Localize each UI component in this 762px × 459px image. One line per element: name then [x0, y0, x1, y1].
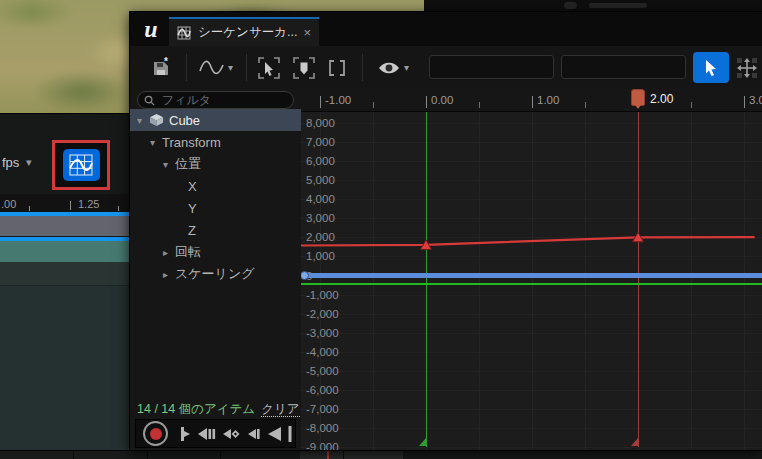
curve-options-button[interactable]: ▾	[194, 53, 238, 82]
expander-open-icon[interactable]: ▾	[163, 159, 175, 170]
ruler-tick-label: 0.00	[431, 94, 453, 106]
marquee-key-icon	[292, 56, 316, 80]
step-back-icon	[247, 426, 261, 442]
scrollbar-divider	[220, 451, 221, 459]
track-row-teal	[0, 241, 130, 262]
play-reverse-button[interactable]	[267, 426, 282, 442]
curve-tree-panel: ▾Cube▾Transform▾位置XYZ▸回転▸スケーリング 14 / 14 …	[130, 89, 302, 450]
tree-item-transform[interactable]: ▾Transform	[130, 131, 321, 153]
ruler-label: 1.25	[78, 198, 99, 210]
save-icon: *	[151, 57, 173, 79]
ruler-tick	[118, 206, 119, 211]
unreal-logo-icon: u	[138, 16, 164, 42]
curve-editor-icon	[63, 149, 100, 181]
track-row-gray	[0, 216, 130, 236]
tree-footer: 14 / 14 個のアイテムクリア	[137, 401, 297, 418]
expander-closed-icon[interactable]: ▸	[163, 269, 175, 280]
expander-open-icon[interactable]: ▾	[137, 115, 149, 126]
track-row-dark	[0, 262, 130, 286]
tree-item-label: Y	[188, 201, 197, 216]
background-icon-blur	[564, 2, 577, 9]
filter-input[interactable]	[160, 92, 284, 108]
curve-tree: ▾Cube▾Transform▾位置XYZ▸回転▸スケーリング	[130, 109, 301, 379]
previous-key-button[interactable]	[197, 426, 216, 442]
svg-text:*: *	[164, 57, 168, 67]
scrollbar-divider	[73, 451, 74, 459]
track-area-empty	[0, 286, 130, 450]
curves-layer	[301, 89, 762, 450]
curve-location-y[interactable]	[301, 283, 762, 286]
tab-sequencer-curves[interactable]: シーケンサーカ... ×	[169, 17, 319, 46]
ruler-tick	[29, 206, 30, 211]
curve-location-x[interactable]	[301, 237, 755, 245]
curve-options-icon	[199, 58, 225, 78]
ruler-tick	[70, 201, 71, 210]
tree-item-label: Transform	[162, 135, 221, 150]
toolbar: * ▾	[130, 46, 762, 90]
ruler-major-tick	[744, 96, 745, 108]
save-button[interactable]: *	[148, 53, 176, 82]
select-mode-button-active[interactable]	[693, 52, 729, 83]
ruler-major-tick	[532, 96, 533, 108]
search-icon	[144, 95, 155, 106]
window-titlebar[interactable]: u シーケンサーカ... ×	[130, 12, 762, 46]
tree-item-label: X	[188, 179, 197, 194]
curve-value-input-2[interactable]	[561, 55, 686, 79]
scrollbar-divider	[343, 451, 344, 459]
toolbar-separator	[186, 54, 187, 81]
expander-closed-icon[interactable]: ▸	[163, 247, 175, 258]
expander-open-icon[interactable]: ▾	[150, 137, 162, 148]
record-button[interactable]	[143, 421, 168, 446]
tab-close-icon[interactable]: ×	[303, 25, 311, 40]
pan-mode-button[interactable]	[734, 55, 760, 81]
play-reverse-icon	[267, 426, 282, 442]
playhead-marker[interactable]	[631, 89, 645, 106]
panel-divider	[0, 113, 130, 114]
pause-bar-icon	[288, 425, 292, 443]
select-cursor-icon	[703, 59, 719, 77]
curve-value-input-1[interactable]	[429, 55, 554, 79]
select-keys-icon	[257, 56, 281, 80]
transport-controls	[135, 419, 296, 448]
view-options-icon	[377, 60, 401, 76]
curve-plot-area[interactable]: 8,0007,0006,0005,0004,0003,0002,0001,000…	[301, 89, 762, 450]
tree-item-label: Cube	[169, 113, 200, 128]
select-keys-button[interactable]	[254, 53, 284, 82]
scrollbar-thumb[interactable]	[300, 451, 403, 459]
step-back-button[interactable]	[247, 426, 261, 442]
ruler-label: .00	[1, 198, 16, 210]
deselect-brackets-button[interactable]	[324, 53, 350, 82]
deselect-brackets-icon	[327, 58, 347, 78]
to-front-icon	[179, 426, 191, 442]
ruler-tick-label: -1.00	[325, 94, 351, 106]
scrollbar-playhead-tick	[327, 451, 329, 459]
background-timeline-ruler: .00 1.25	[0, 194, 130, 212]
curve-location-z[interactable]	[301, 273, 762, 278]
to-front-button[interactable]	[179, 426, 191, 442]
previous-key-icon	[197, 426, 216, 442]
record-icon	[150, 428, 162, 440]
ruler-minor-tick	[691, 102, 692, 108]
previous-frame-button[interactable]	[222, 426, 241, 442]
ruler-minor-tick	[373, 102, 374, 108]
marquee-key-button[interactable]	[289, 53, 319, 82]
tree-item-label: スケーリング	[175, 265, 255, 283]
filter-search-box[interactable]	[137, 91, 294, 109]
curve-tab-icon	[177, 26, 191, 40]
background-text-blur	[589, 3, 647, 8]
fps-label: fps	[2, 155, 19, 170]
pan-arrows-icon	[737, 58, 757, 78]
fps-dropdown-chevron-icon[interactable]: ▾	[26, 156, 32, 169]
view-options-button[interactable]: ▾	[371, 53, 415, 82]
time-ruler[interactable]: -1.000.001.003.0	[301, 89, 762, 112]
playhead-time-label: 2.00	[650, 92, 673, 106]
toolbar-separator	[362, 54, 363, 81]
ruler-minor-tick	[479, 102, 480, 108]
items-count-label: 14 / 14 個のアイテム	[137, 402, 255, 416]
clear-filter-link[interactable]: クリア	[261, 402, 299, 417]
curve-editor-button-highlighted[interactable]	[52, 140, 110, 190]
pause-bar-button[interactable]	[288, 425, 292, 443]
tree-item-label: 位置	[175, 155, 201, 173]
tree-item-cube[interactable]: ▾Cube	[130, 109, 308, 131]
keyframe-dot[interactable]	[301, 271, 309, 280]
